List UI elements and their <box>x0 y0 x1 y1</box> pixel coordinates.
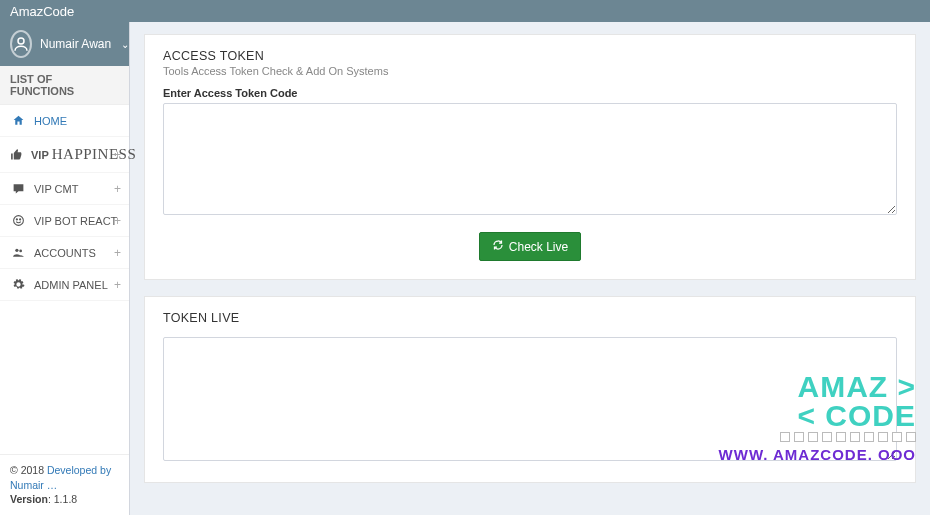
sidebar-item-label: ACCOUNTS <box>34 247 96 259</box>
svg-point-0 <box>18 38 24 44</box>
sidebar-item-accounts[interactable]: ACCOUNTS + <box>0 237 129 269</box>
brand-label: AmazCode <box>10 4 74 19</box>
sidebar-item-home[interactable]: HOME <box>0 105 129 137</box>
panel-access-token: ACCESS TOKEN Tools Access Token Check & … <box>144 34 916 280</box>
top-header: AmazCode <box>0 0 930 22</box>
panel-subtitle: Tools Access Token Check & Add On System… <box>163 65 897 77</box>
svg-point-1 <box>13 216 23 226</box>
expand-icon: + <box>114 246 121 260</box>
gear-icon <box>10 278 26 291</box>
chevron-down-icon: ⌄ <box>121 39 129 50</box>
version-label: Version <box>10 493 48 505</box>
user-block[interactable]: Numair Awan ⌄ <box>0 22 129 66</box>
svg-point-3 <box>19 219 20 220</box>
comment-icon <box>10 182 26 195</box>
token-live-output[interactable] <box>163 337 897 461</box>
panel-token-live: TOKEN LIVE <box>144 296 916 483</box>
sidebar-item-admin-panel[interactable]: ADMIN PANEL + <box>0 269 129 301</box>
panel-title: ACCESS TOKEN <box>163 49 897 63</box>
home-icon <box>10 114 26 127</box>
check-live-button[interactable]: Check Live <box>479 232 581 261</box>
users-icon <box>10 246 26 259</box>
panel-title: TOKEN LIVE <box>163 311 897 325</box>
sidebar-footer: © 2018 Developed by Numair … Version: 1.… <box>0 454 129 515</box>
sidebar-item-label: ADMIN PANEL <box>34 279 108 291</box>
token-field-label: Enter Access Token Code <box>163 87 897 99</box>
sidebar-item-vip-bot-react[interactable]: VIP BOT REACT + <box>0 205 129 237</box>
expand-icon: + <box>114 278 121 292</box>
sidebar-item-label: HOME <box>34 115 67 127</box>
copyright-prefix: © 2018 <box>10 464 47 476</box>
sidebar-item-vip-cmt[interactable]: VIP CMT + <box>0 173 129 205</box>
sidebar-item-label-a: VIP <box>31 149 49 161</box>
sidebar-item-label: VIP CMT <box>34 183 78 195</box>
refresh-icon <box>492 239 504 254</box>
thumbs-up-icon <box>10 148 23 161</box>
expand-icon: + <box>114 182 121 196</box>
sidebar-list-header: LIST OF FUNCTIONS <box>0 66 129 105</box>
sidebar-item-label: VIP BOT REACT <box>34 215 117 227</box>
main-content: ACCESS TOKEN Tools Access Token Check & … <box>130 22 930 515</box>
sidebar-item-vip-happiness[interactable]: VIP HAPPINESS + <box>0 137 129 173</box>
access-token-input[interactable] <box>163 103 897 215</box>
svg-point-2 <box>16 219 17 220</box>
sidebar: Numair Awan ⌄ LIST OF FUNCTIONS HOME VIP… <box>0 22 130 515</box>
check-live-label: Check Live <box>509 240 568 254</box>
svg-point-4 <box>15 249 18 252</box>
smile-icon <box>10 214 26 227</box>
version-value: 1.1.8 <box>54 493 77 505</box>
user-name: Numair Awan <box>40 37 111 51</box>
expand-icon: + <box>114 214 121 228</box>
expand-icon: + <box>114 148 121 162</box>
sidebar-menu: HOME VIP HAPPINESS + VIP CMT + <box>0 105 129 301</box>
avatar-icon <box>10 30 32 58</box>
sidebar-item-label-b: HAPPINESS <box>52 146 137 163</box>
svg-point-5 <box>19 250 22 253</box>
